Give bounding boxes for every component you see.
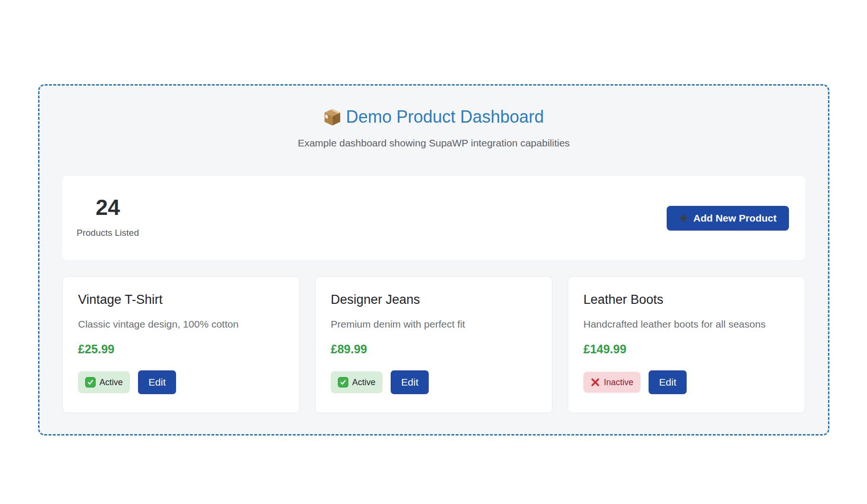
check-icon bbox=[85, 377, 96, 388]
product-card: Vintage T-Shirt Classic vintage design, … bbox=[62, 276, 300, 413]
product-description: Classic vintage design, 100% cotton bbox=[78, 318, 284, 330]
products-count-stat: 24 Products Listed bbox=[77, 195, 139, 241]
product-card: Leather Boots Handcrafted leather boots … bbox=[568, 276, 805, 413]
edit-button[interactable]: Edit bbox=[138, 370, 176, 394]
add-new-product-button[interactable]: Add New Product bbox=[667, 206, 789, 231]
product-price: £149.99 bbox=[583, 342, 789, 356]
product-price: £89.99 bbox=[331, 342, 537, 356]
status-badge: Active bbox=[78, 371, 130, 393]
products-count-label: Products Listed bbox=[77, 228, 139, 238]
status-label: Active bbox=[352, 378, 375, 387]
page-title: Demo Product Dashboard bbox=[62, 107, 805, 127]
product-card: Designer Jeans Premium denim with perfec… bbox=[315, 276, 552, 413]
dashboard-header: Demo Product Dashboard Example dashboard… bbox=[62, 107, 805, 149]
stats-bar: 24 Products Listed Add New Product bbox=[62, 176, 805, 260]
page-subtitle: Example dashboard showing SupaWP integra… bbox=[62, 137, 805, 149]
product-name: Designer Jeans bbox=[331, 292, 537, 307]
product-price: £25.99 bbox=[78, 342, 284, 356]
plus-icon bbox=[679, 213, 688, 223]
dashboard-container: Demo Product Dashboard Example dashboard… bbox=[38, 84, 829, 436]
product-actions: Inactive Edit bbox=[583, 370, 789, 394]
add-new-product-label: Add New Product bbox=[693, 213, 777, 224]
product-cards-grid: Vintage T-Shirt Classic vintage design, … bbox=[62, 276, 805, 413]
status-badge: Active bbox=[331, 371, 383, 393]
status-label: Active bbox=[99, 378, 123, 387]
product-name: Leather Boots bbox=[583, 292, 789, 307]
page-title-text: Demo Product Dashboard bbox=[346, 107, 544, 127]
package-icon bbox=[324, 108, 341, 126]
status-badge: Inactive bbox=[583, 372, 640, 393]
status-label: Inactive bbox=[604, 378, 633, 387]
product-actions: Active Edit bbox=[78, 370, 284, 394]
product-name: Vintage T-Shirt bbox=[78, 292, 284, 307]
check-icon bbox=[338, 377, 348, 388]
edit-button[interactable]: Edit bbox=[649, 370, 687, 394]
product-actions: Active Edit bbox=[331, 370, 537, 394]
x-icon bbox=[591, 378, 600, 387]
product-description: Premium denim with perfect fit bbox=[331, 318, 537, 330]
edit-button[interactable]: Edit bbox=[391, 370, 429, 394]
products-count-value: 24 bbox=[77, 195, 139, 219]
product-description: Handcrafted leather boots for all season… bbox=[583, 318, 789, 330]
